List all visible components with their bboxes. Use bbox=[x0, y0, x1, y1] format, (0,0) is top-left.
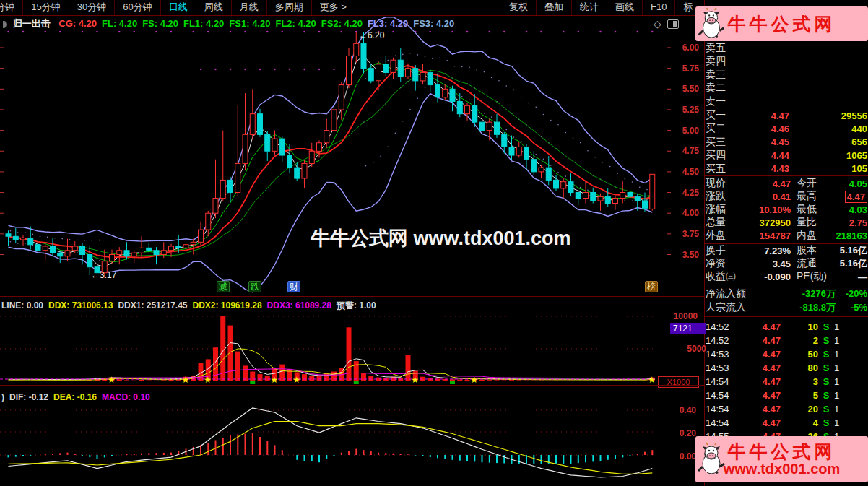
period-tab-5[interactable]: 周线 bbox=[196, 0, 232, 15]
macd-hist-bar bbox=[74, 454, 76, 455]
macd-chart[interactable] bbox=[0, 386, 656, 486]
price-axis-3.75: 3.75 bbox=[673, 229, 699, 239]
candle-body bbox=[199, 230, 204, 242]
tick-side: S bbox=[818, 363, 834, 373]
macd-hist-bar bbox=[52, 454, 53, 455]
ddx-bar bbox=[531, 381, 537, 381]
candle-body bbox=[169, 246, 174, 251]
tool-button-5[interactable]: 标记 bbox=[675, 0, 693, 15]
macd-hist-bar bbox=[97, 455, 98, 459]
niuniu-logo-top[interactable]: 牛牛公式网 bbox=[695, 6, 868, 41]
tool-button-0[interactable]: 复权 bbox=[501, 0, 537, 15]
niuniu-logo-bottom[interactable]: 牛牛公式网 www.tdx001.com bbox=[695, 436, 868, 482]
period-tab-7[interactable]: 多周期 bbox=[267, 0, 312, 15]
ddx-bar bbox=[524, 381, 529, 381]
quote-value-1: 3.45 bbox=[750, 259, 791, 269]
candle-body bbox=[435, 85, 440, 97]
ddx-indicator-header: LINE: 0.00DDX: 731006.13DDX1: 251217.45D… bbox=[1, 300, 651, 312]
candle-body bbox=[502, 134, 507, 147]
signal-star: ★ bbox=[182, 375, 190, 384]
rp-divider-2 bbox=[704, 175, 868, 176]
price-axis-6.00: 6.00 bbox=[673, 43, 699, 53]
split-view-icon[interactable] bbox=[667, 19, 679, 29]
period-tab-0[interactable]: 1分钟 bbox=[0, 0, 23, 15]
ddx-bar bbox=[643, 381, 648, 381]
candle-body bbox=[235, 163, 240, 192]
macd-hist-bar bbox=[134, 454, 135, 455]
candle-body bbox=[472, 105, 477, 122]
ddx-bar bbox=[598, 381, 603, 381]
period-tab-6[interactable]: 月线 bbox=[232, 0, 267, 15]
candle-body bbox=[568, 182, 573, 193]
candle-body bbox=[72, 246, 77, 251]
chart-corner-icons: ◇ bbox=[654, 18, 679, 30]
macd-hist-bar bbox=[482, 455, 483, 462]
sell-label: 卖四 bbox=[706, 55, 742, 68]
macd-hist-bar bbox=[578, 455, 579, 463]
buy-level-3: 买三4.45656 bbox=[706, 136, 867, 149]
candle-body bbox=[43, 246, 48, 251]
macd-hist-bar bbox=[230, 435, 231, 455]
ddx-bar bbox=[28, 381, 33, 381]
ddx-axis-unit: X1000 bbox=[658, 376, 699, 388]
ddx-bar bbox=[147, 381, 152, 381]
candle-body bbox=[450, 89, 455, 101]
candle-body bbox=[6, 234, 11, 236]
buy-volume: 29556 bbox=[789, 110, 867, 121]
candle-body bbox=[139, 248, 144, 253]
sell-level-3: 卖三 bbox=[706, 69, 867, 82]
candle-body bbox=[554, 180, 559, 188]
macd-hist-bar bbox=[245, 433, 246, 455]
high-annotation: ←6.20 bbox=[359, 30, 384, 40]
lower-axis-border bbox=[656, 297, 656, 486]
tool-button-4[interactable]: F10 bbox=[643, 0, 675, 15]
candle-body bbox=[487, 122, 492, 131]
period-tab-1[interactable]: 15分钟 bbox=[23, 0, 69, 15]
ddx-bar bbox=[176, 380, 181, 381]
period-tab-2[interactable]: 30分钟 bbox=[69, 0, 115, 15]
tool-button-2[interactable]: 统计 bbox=[572, 0, 607, 15]
candle-body bbox=[398, 60, 403, 77]
ddx-bar bbox=[368, 376, 373, 381]
macd-hist-bar bbox=[489, 455, 490, 463]
sell-label: 卖三 bbox=[706, 69, 742, 82]
candle-body bbox=[361, 43, 366, 68]
macd-hist-bar bbox=[8, 455, 9, 457]
period-tab-3[interactable]: 60分钟 bbox=[115, 0, 160, 15]
tick-side: S bbox=[818, 417, 834, 428]
tick-extra: 1 bbox=[834, 404, 843, 415]
macd-hist-bar bbox=[407, 454, 409, 455]
candlestick-chart[interactable] bbox=[0, 16, 704, 298]
badge-榜[interactable]: 榜 bbox=[645, 281, 658, 292]
buy-price: 4.43 bbox=[742, 163, 789, 174]
sell-label: 卖一 bbox=[706, 95, 742, 108]
ddx-bar bbox=[124, 380, 129, 381]
tick-extra: 1 bbox=[834, 417, 843, 428]
quote-label-1: 涨跌 bbox=[706, 190, 750, 203]
candle-body bbox=[516, 147, 521, 156]
tool-button-1[interactable]: 叠加 bbox=[537, 0, 572, 15]
quote-row-6: 净资3.45流通5.16亿 bbox=[706, 257, 867, 270]
tick-row-3: 14:534.4780S1 bbox=[706, 361, 867, 375]
buy-level-5: 买五4.43105 bbox=[706, 162, 867, 175]
tick-extra: 1 bbox=[834, 363, 843, 373]
diamond-icon[interactable]: ◇ bbox=[654, 18, 661, 30]
ddx-bar bbox=[428, 378, 433, 382]
macd-hist-bar bbox=[104, 455, 105, 457]
price-axis-4.00: 4.00 bbox=[673, 208, 699, 218]
ddx-chart[interactable]: ★★★★★★★★ bbox=[0, 312, 656, 384]
signal-star: ★ bbox=[470, 375, 478, 384]
period-tab-8[interactable]: 更多 > bbox=[312, 0, 355, 15]
candle-body bbox=[376, 64, 381, 81]
sell-level-2: 卖二 bbox=[706, 82, 867, 95]
quote-value-1: 372950 bbox=[750, 217, 791, 228]
buy-price: 4.46 bbox=[742, 123, 789, 134]
ddx-bar bbox=[406, 355, 411, 381]
tick-row-5: 14:544.475S1 bbox=[706, 389, 867, 402]
period-tab-4[interactable]: 日线 bbox=[161, 0, 196, 15]
badge-财[interactable]: 财 bbox=[287, 281, 300, 292]
badge-减[interactable]: 减 bbox=[217, 281, 230, 292]
tool-button-3[interactable]: 画线 bbox=[607, 0, 643, 15]
badge-跌[interactable]: 跌 bbox=[248, 281, 261, 292]
main-axis-border bbox=[672, 16, 672, 297]
